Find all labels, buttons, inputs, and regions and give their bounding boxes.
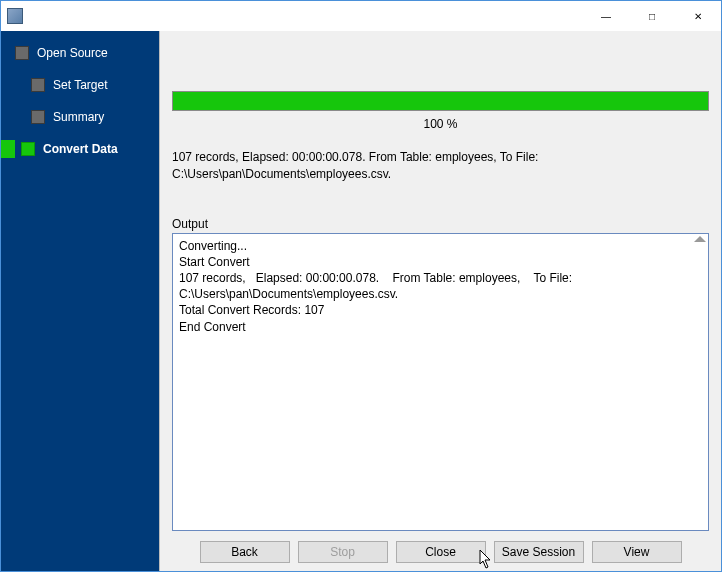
sidebar-item-label: Open Source	[37, 46, 108, 60]
status-text: 107 records, Elapsed: 00:00:00.078. From…	[172, 149, 709, 183]
save-session-button[interactable]: Save Session	[494, 541, 584, 563]
sidebar-item-label: Set Target	[53, 78, 107, 92]
output-textarea[interactable]: Converting... Start Convert 107 records,…	[172, 233, 709, 531]
current-step-indicator-icon	[1, 140, 15, 158]
step-box-icon	[15, 46, 29, 60]
step-box-icon	[31, 78, 45, 92]
main-panel: 100 % 107 records, Elapsed: 00:00:00.078…	[159, 31, 721, 571]
progress-percent-label: 100 %	[172, 117, 709, 131]
view-button[interactable]: View	[592, 541, 682, 563]
status-line: C:\Users\pan\Documents\employees.csv.	[172, 166, 709, 183]
sidebar-item-set-target[interactable]: Set Target	[1, 75, 159, 95]
sidebar-item-label: Summary	[53, 110, 104, 124]
titlebar: ― □ ✕	[1, 1, 721, 31]
close-button[interactable]: Close	[396, 541, 486, 563]
sidebar-item-label: Convert Data	[43, 142, 118, 156]
sidebar-item-open-source[interactable]: Open Source	[1, 43, 159, 63]
progress-section: 100 %	[172, 91, 709, 131]
step-box-icon	[31, 110, 45, 124]
maximize-button[interactable]: □	[629, 1, 675, 31]
step-box-icon	[21, 142, 35, 156]
window-controls: ― □ ✕	[583, 1, 721, 31]
back-button[interactable]: Back	[200, 541, 290, 563]
content-area: Open Source Set Target Summary Convert D…	[1, 31, 721, 571]
app-icon	[7, 8, 23, 24]
button-row: Back Stop Close Save Session View	[172, 531, 709, 563]
sidebar-item-convert-data[interactable]: Convert Data	[1, 139, 159, 159]
progress-bar	[172, 91, 709, 111]
minimize-button[interactable]: ―	[583, 1, 629, 31]
close-window-button[interactable]: ✕	[675, 1, 721, 31]
wizard-sidebar: Open Source Set Target Summary Convert D…	[1, 31, 159, 571]
status-line: 107 records, Elapsed: 00:00:00.078. From…	[172, 149, 709, 166]
output-label: Output	[172, 217, 709, 231]
app-window: ― □ ✕ Open Source Set Target Summary Con…	[0, 0, 722, 572]
stop-button[interactable]: Stop	[298, 541, 388, 563]
sidebar-item-summary[interactable]: Summary	[1, 107, 159, 127]
